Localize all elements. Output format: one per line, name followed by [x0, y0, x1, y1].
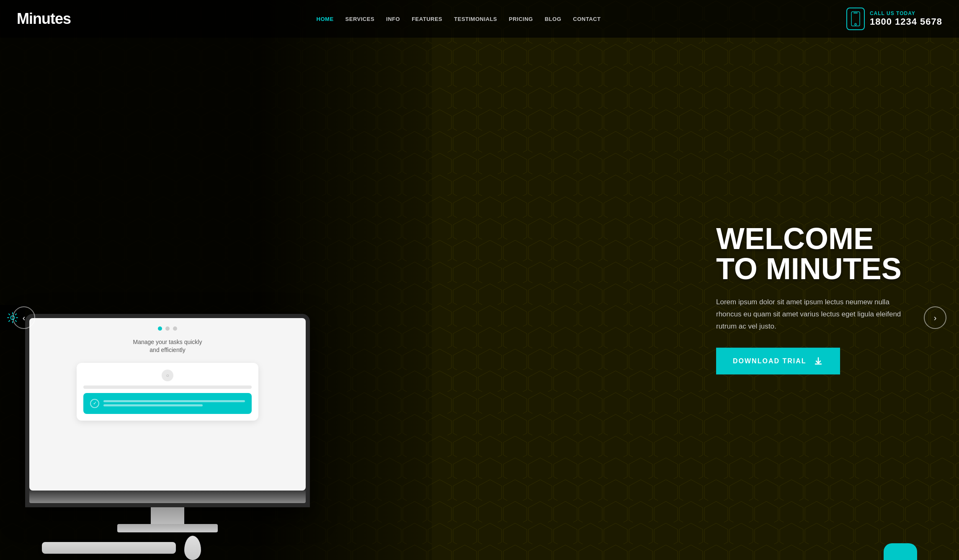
- nav-links-group: HOME SERVICES INFO FEATURES TESTIMONIALS…: [317, 16, 601, 22]
- chevron-right-icon: ›: [934, 313, 937, 323]
- hero-content: Manage your tasks quickly and efficientl…: [0, 38, 959, 560]
- screen-input-line: [83, 385, 252, 389]
- phone-text-block: CALL US TODAY 1800 1234 5678: [870, 10, 942, 27]
- screen-card: ○ ✓: [77, 363, 258, 421]
- welcome-title: WELCOME TO MINUTES: [716, 223, 925, 284]
- nav-link-features[interactable]: FEATURES: [412, 16, 442, 22]
- monitor-screen-wrap: Manage your tasks quickly and efficientl…: [29, 318, 306, 491]
- screen-circle-icon: ○: [162, 370, 173, 381]
- nav-link-info[interactable]: INFO: [386, 16, 400, 22]
- dot-inactive-1: [165, 326, 170, 331]
- screen-dots: [158, 326, 177, 331]
- nav-link-testimonials[interactable]: TESTIMONIALS: [454, 16, 497, 22]
- nav-link-home[interactable]: HOME: [317, 16, 334, 22]
- carousel-next-button[interactable]: ›: [924, 306, 946, 329]
- mouse: [184, 536, 201, 560]
- svg-point-4: [855, 23, 856, 25]
- dot-inactive-2: [173, 326, 177, 331]
- nav-link-contact[interactable]: CONTACT: [573, 16, 601, 22]
- monitor-outer: Manage your tasks quickly and efficientl…: [25, 314, 310, 508]
- download-btn-label: DOWNLOAD TRIAL: [733, 357, 807, 365]
- svg-rect-3: [853, 13, 858, 13]
- monitor-base: [117, 524, 218, 532]
- carousel-prev-button[interactable]: ‹: [13, 306, 35, 329]
- keyboard-mouse-wrap: [25, 536, 310, 560]
- screen-lines: [103, 400, 245, 406]
- keyboard: [42, 542, 176, 554]
- chevron-left-icon: ‹: [23, 313, 26, 323]
- monitor-chin: [29, 491, 306, 503]
- hero-text-block: WELCOME TO MINUTES Lorem ipsum dolor sit…: [716, 223, 925, 375]
- nav-link-services[interactable]: SERVICES: [345, 16, 375, 22]
- phone-section: CALL US TODAY 1800 1234 5678: [846, 8, 942, 30]
- download-trial-button[interactable]: DOWNLOAD TRIAL: [716, 347, 840, 374]
- computer-mockup: Manage your tasks quickly and efficientl…: [25, 314, 310, 560]
- nav-link-blog[interactable]: BLOG: [545, 16, 562, 22]
- screen-check-icon: ✓: [90, 399, 99, 408]
- navigation: Minutes HOME SERVICES INFO FEATURES TEST…: [0, 0, 959, 38]
- hero-description: Lorem ipsum dolor sit amet ipsum lectus …: [716, 296, 905, 333]
- call-us-label: CALL US TODAY: [870, 10, 942, 16]
- monitor-screen: Manage your tasks quickly and efficientl…: [29, 318, 306, 491]
- dot-active: [158, 326, 162, 331]
- brand-logo: Minutes: [17, 10, 71, 28]
- svg-rect-2: [851, 12, 860, 26]
- teal-shoe-accent: [884, 543, 917, 560]
- phone-icon: [851, 11, 860, 26]
- screen-cta-bar: ✓: [83, 393, 252, 414]
- hero-section: Minutes HOME SERVICES INFO FEATURES TEST…: [0, 0, 959, 560]
- download-icon: [813, 356, 823, 366]
- monitor-neck: [151, 507, 184, 524]
- nav-link-pricing[interactable]: PRICING: [509, 16, 533, 22]
- screen-manage-text: Manage your tasks quickly and efficientl…: [133, 338, 202, 354]
- phone-icon-wrap: [846, 8, 865, 30]
- phone-number: 1800 1234 5678: [870, 16, 942, 27]
- screen-line-2: [103, 404, 203, 406]
- screen-line-1: [103, 400, 245, 402]
